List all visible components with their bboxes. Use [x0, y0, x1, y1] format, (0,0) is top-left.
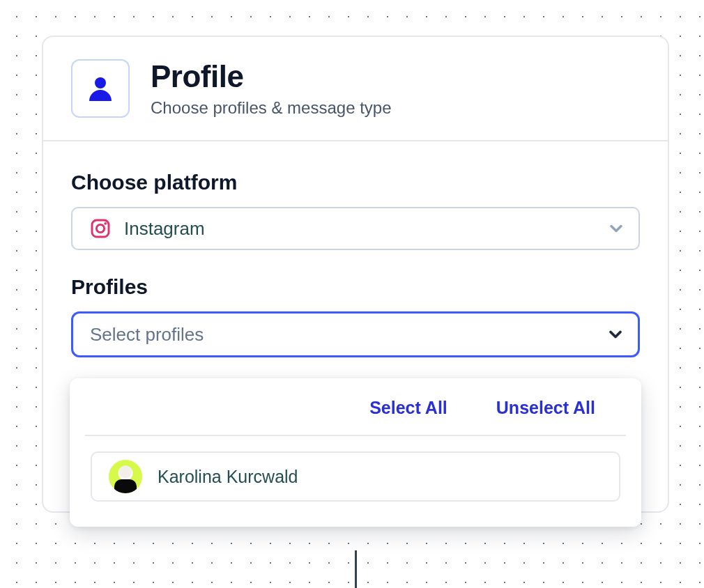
unselect-all-button[interactable]: Unselect All — [496, 398, 595, 418]
chevron-down-icon — [606, 219, 626, 238]
platform-label: Choose platform — [71, 171, 640, 194]
chevron-down-icon — [606, 325, 625, 344]
profiles-label: Profiles — [71, 275, 640, 299]
svg-point-0 — [95, 77, 106, 88]
connector-line — [355, 550, 357, 588]
avatar — [109, 460, 142, 493]
page-title: Profile — [151, 59, 392, 94]
svg-point-3 — [104, 222, 107, 225]
platform-select[interactable]: Instagram — [71, 207, 640, 250]
select-all-button[interactable]: Select All — [369, 398, 447, 418]
title-block: Profile Choose profiles & message type — [151, 59, 392, 118]
profiles-dropdown: Select All Unselect All Karolina Kurcwal… — [70, 378, 641, 527]
card-header: Profile Choose profiles & message type — [43, 37, 668, 141]
profile-header-icon-frame — [71, 59, 130, 118]
profiles-select-placeholder: Select profiles — [90, 324, 593, 346]
page-subtitle: Choose profiles & message type — [151, 98, 392, 118]
profile-name: Karolina Kurcwald — [158, 467, 298, 487]
profile-option[interactable]: Karolina Kurcwald — [91, 451, 620, 502]
card-body: Choose platform Instagram Profiles Selec… — [43, 141, 668, 385]
profiles-select[interactable]: Select profiles — [71, 311, 640, 357]
dropdown-actions: Select All Unselect All — [85, 398, 626, 436]
platform-select-value: Instagram — [124, 218, 594, 240]
instagram-icon — [89, 217, 112, 240]
svg-point-2 — [96, 224, 104, 232]
spacer — [71, 250, 640, 275]
person-icon — [84, 72, 117, 105]
